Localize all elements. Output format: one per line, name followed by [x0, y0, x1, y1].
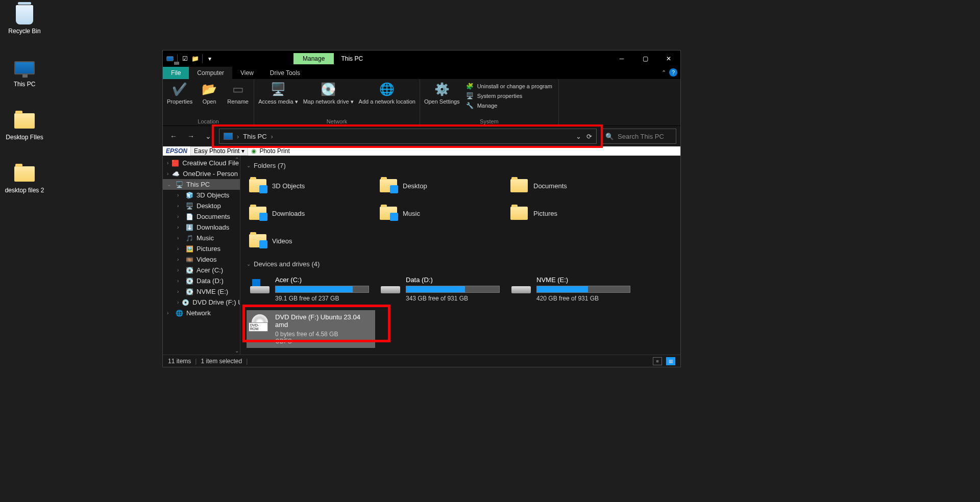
forward-button[interactable]: → — [184, 130, 198, 143]
tab-view[interactable]: View — [232, 67, 262, 79]
tree-item[interactable]: ›💽Acer (C:) — [163, 265, 240, 275]
chevron-icon[interactable]: › — [177, 192, 182, 198]
uninstall-program-button[interactable]: 🧩Uninstall or change a program — [466, 82, 552, 90]
tree-item[interactable]: ›🎵Music — [163, 233, 240, 243]
desktop-icon-recycle-bin[interactable]: Recycle Bin — [4, 4, 45, 35]
manage-button[interactable]: 🔧Manage — [466, 102, 552, 110]
tree-item[interactable]: ›💽NVME (E:) — [163, 286, 240, 297]
collapse-ribbon-icon[interactable]: ⌃ — [662, 69, 666, 76]
tree-item[interactable]: ⌄🖥️This PC — [163, 179, 240, 190]
tree-item-icon: 🧊 — [185, 192, 193, 199]
computer-icon — [14, 61, 35, 74]
address-dropdown-icon[interactable]: ⌄ — [576, 133, 581, 140]
tree-item-label: Creative Cloud File — [182, 159, 239, 167]
photo-print-button[interactable]: Photo Print — [259, 147, 289, 155]
tree-scroll-down-icon[interactable]: ⌄ — [235, 348, 239, 354]
minimize-button[interactable]: ─ — [610, 51, 633, 67]
tree-item[interactable]: ›⬇️Downloads — [163, 222, 240, 233]
folder-icon — [14, 166, 35, 182]
recent-locations-button[interactable]: ⌄ — [202, 130, 215, 143]
drives-group-header[interactable]: ⌄ Devices and drives (4) — [247, 260, 674, 268]
folder-item[interactable]: Music — [377, 202, 506, 224]
chevron-icon[interactable]: › — [167, 160, 168, 166]
chevron-icon[interactable]: › — [177, 257, 182, 262]
map-network-drive-button[interactable]: 💽Map network drive ▾ — [303, 81, 354, 105]
folder-qat-icon[interactable]: 📁 — [191, 55, 199, 63]
details-view-button[interactable]: ≡ — [653, 357, 662, 365]
breadcrumb-separator[interactable]: › — [237, 133, 239, 140]
drive-item[interactable]: Acer (C:)39.1 GB free of 237 GB — [247, 273, 375, 305]
search-input[interactable]: 🔍 Search This PC — [601, 129, 676, 144]
navigation-tree[interactable]: ⌃ ›🟥Creative Cloud File›☁️OneDrive - Per… — [163, 156, 240, 355]
chevron-icon[interactable]: › — [167, 310, 172, 316]
folder-icon — [510, 177, 528, 195]
easy-photo-print-button[interactable]: Easy Photo Print▾ — [190, 146, 248, 156]
tree-item[interactable]: ›🌐Network — [163, 308, 240, 318]
drive-item[interactable]: DVD-ROMDVD Drive (F:) Ubuntu 23.04 amd0 … — [247, 310, 375, 348]
chevron-icon[interactable]: › — [177, 267, 182, 273]
chevron-icon[interactable]: › — [177, 246, 182, 252]
ribbon: ✔️Properties 📂Open ▭Rename Location 🖥️Ac… — [163, 79, 680, 126]
tree-scroll-up-icon[interactable]: ⌃ — [235, 157, 239, 162]
close-button[interactable]: ✕ — [657, 51, 680, 67]
desktop-icon-desktop-files-2[interactable]: desktop files 2 — [4, 163, 45, 194]
open-settings-button[interactable]: ⚙️Open Settings — [424, 81, 460, 111]
chevron-icon[interactable]: › — [177, 203, 182, 209]
titlebar[interactable]: ☑ 📁 ▾ Manage This PC ─ ▢ ✕ — [163, 51, 680, 67]
chevron-icon[interactable]: › — [167, 171, 169, 177]
folder-item[interactable]: Pictures — [508, 202, 636, 224]
desktop-icon-label: This PC — [4, 81, 45, 88]
chevron-icon[interactable]: › — [177, 299, 179, 305]
epson-logo: EPSON — [166, 147, 187, 155]
properties-qat-icon[interactable]: ☑ — [181, 55, 189, 63]
drive-tools-context-tab[interactable]: Manage — [293, 53, 334, 64]
tree-item[interactable]: ›🖼️Pictures — [163, 243, 240, 254]
content-pane[interactable]: ⌄ Folders (7) 3D ObjectsDesktopDocuments… — [240, 156, 680, 355]
rename-button[interactable]: ▭Rename — [226, 81, 250, 105]
tree-item[interactable]: ›🎞️Videos — [163, 254, 240, 265]
chevron-icon[interactable]: › — [177, 214, 182, 219]
folder-item[interactable]: Documents — [508, 174, 636, 197]
add-network-location-button[interactable]: 🌐Add a network location — [359, 81, 415, 105]
desktop-icon-desktop-files[interactable]: Desktop FIles — [4, 110, 45, 141]
tree-item-icon: 💽 — [185, 267, 193, 274]
chevron-icon[interactable]: › — [177, 278, 182, 284]
refresh-icon[interactable]: ⟳ — [586, 133, 592, 140]
system-properties-button[interactable]: 🖥️System properties — [466, 92, 552, 100]
tree-item[interactable]: ›☁️OneDrive - Person — [163, 168, 240, 179]
folder-item[interactable]: 3D Objects — [247, 174, 375, 197]
folder-item[interactable]: Downloads — [247, 202, 375, 224]
tree-item[interactable]: ›💿DVD Drive (F:) U — [163, 297, 240, 308]
tab-file[interactable]: File — [163, 67, 189, 79]
qat-dropdown-icon[interactable]: ▾ — [206, 55, 214, 63]
tree-item[interactable]: ›🧊3D Objects — [163, 190, 240, 200]
address-bar[interactable]: › This PC › ⌄ ⟳ — [219, 129, 597, 144]
tree-item[interactable]: ›🟥Creative Cloud File — [163, 158, 240, 168]
drive-item[interactable]: Data (D:)343 GB free of 931 GB — [377, 273, 506, 305]
desktop-icon-this-pc[interactable]: This PC — [4, 57, 45, 88]
chevron-icon[interactable]: › — [177, 224, 182, 230]
large-icons-view-button[interactable]: ▦ — [666, 357, 675, 365]
help-icon[interactable]: ? — [669, 68, 677, 77]
tab-drive-tools[interactable]: Drive Tools — [262, 67, 308, 79]
folder-item[interactable]: Videos — [247, 230, 375, 252]
chevron-icon[interactable]: › — [177, 235, 182, 241]
folder-item[interactable]: Desktop — [377, 174, 506, 197]
tree-item[interactable]: ›🖥️Desktop — [163, 200, 240, 211]
tree-item-icon: 🖥️ — [185, 203, 193, 210]
tab-computer[interactable]: Computer — [189, 67, 232, 79]
open-button[interactable]: 📂Open — [198, 81, 221, 105]
back-button[interactable]: ← — [167, 130, 180, 143]
folders-group-header[interactable]: ⌄ Folders (7) — [247, 162, 674, 169]
tree-item[interactable]: ›💽Data (D:) — [163, 275, 240, 286]
chevron-icon[interactable]: ⌄ — [167, 182, 172, 187]
maximize-button[interactable]: ▢ — [633, 51, 657, 67]
file-explorer-window: ☑ 📁 ▾ Manage This PC ─ ▢ ✕ File Computer… — [162, 50, 681, 367]
breadcrumb[interactable]: This PC — [243, 133, 266, 140]
chevron-icon[interactable]: › — [177, 289, 182, 294]
drive-item[interactable]: NVME (E:)420 GB free of 931 GB — [508, 273, 636, 305]
properties-button[interactable]: ✔️Properties — [167, 81, 192, 105]
breadcrumb-separator[interactable]: › — [271, 133, 273, 140]
access-media-button[interactable]: 🖥️Access media ▾ — [258, 81, 298, 105]
tree-item[interactable]: ›📄Documents — [163, 211, 240, 222]
